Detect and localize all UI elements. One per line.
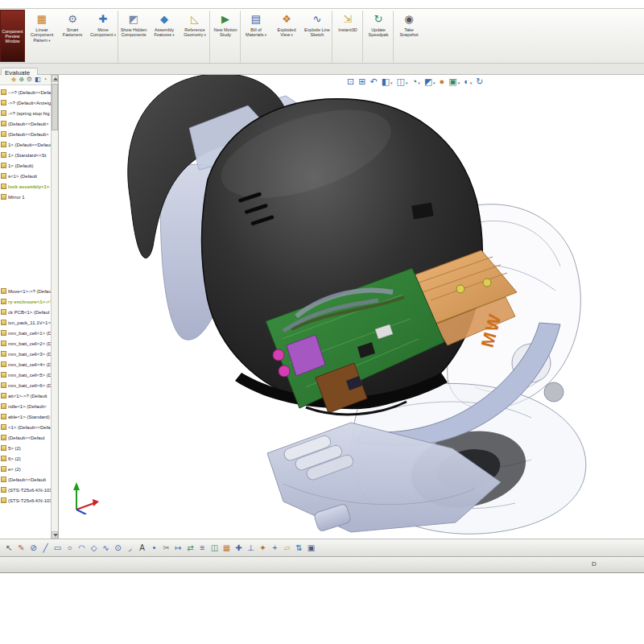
tree-item[interactable]: Move<1>->? (Default< <box>0 286 51 296</box>
ribbon-button-smart-fasteners[interactable]: ⚙Smart Fasteners <box>57 10 88 63</box>
tree-item[interactable]: 6> (2) <box>0 453 51 464</box>
ribbon-button-exploded-view[interactable]: ❖Exploded View <box>271 10 302 63</box>
ribbon-button-bill-of-materials[interactable]: ▤Bill of Materials <box>241 10 271 63</box>
polygon-icon[interactable]: ◇ <box>88 544 100 552</box>
tree-item[interactable]: ck PCB<1> (Defaul <box>0 307 51 317</box>
line-icon[interactable]: ╱ <box>39 544 52 552</box>
ribbon-button-label: Exploded View <box>273 27 300 38</box>
trim-entities-icon[interactable]: ✂ <box>160 544 172 552</box>
linear-component-pattern-icon: ▦ <box>37 13 47 26</box>
view-settings-icon[interactable]: ◐ <box>464 77 472 86</box>
tree-item[interactable]: 1> (Standard<<St <box>0 150 51 160</box>
configurationmanager-tab-icon[interactable]: ⚙ <box>27 76 32 83</box>
tree-item-label: att<1>->? (Default <box>8 394 47 398</box>
tree-item[interactable]: mm_batt_cell<1> (D <box>0 328 51 338</box>
zoom-to-area-icon[interactable]: ⊞ <box>358 77 365 86</box>
tree-item-label: ion_pack_11.1V<1> <box>8 320 51 325</box>
spline-icon[interactable]: ∿ <box>100 544 112 552</box>
ribbon-button-label: Bill of Materials <box>242 27 270 38</box>
tree-item[interactable]: (STS-T25x6-KN-103 <box>0 495 51 506</box>
tree-item[interactable]: ->? (Default<Anzeig <box>0 97 51 108</box>
tree-item[interactable]: ->? (spring stop hig <box>0 108 51 118</box>
ribbon-button-reference-geometry[interactable]: ◺Reference Geometry <box>180 10 210 63</box>
tree-item-label: (Default<<Default> <box>8 132 49 137</box>
tree-item[interactable]: att<1>->? (Default <box>0 390 51 401</box>
ribbon-button-move-component[interactable]: ✚Move Component <box>88 10 118 63</box>
zoom-to-fit-icon[interactable]: ⊡ <box>347 77 354 86</box>
tree-item[interactable]: Mirror 1 <box>0 192 51 202</box>
scrollbar-down-arrow[interactable] <box>52 531 58 539</box>
tree-item[interactable]: (Default<<Default> <box>0 129 51 139</box>
tree-item[interactable]: ndle<1> (Default< <box>0 401 51 411</box>
ribbon-button-explode-line-sketch[interactable]: ∿Explode Line Sketch <box>302 10 332 63</box>
tree-item[interactable]: e> (2) <box>0 464 51 474</box>
select-icon[interactable]: ↖ <box>3 544 15 552</box>
circle-icon[interactable]: ○ <box>64 544 76 552</box>
move-entities-icon[interactable]: ✚ <box>233 544 245 552</box>
edit-appearance-icon[interactable]: ● <box>440 77 445 86</box>
apply-scene-icon[interactable]: ▣ <box>448 77 460 86</box>
scrollbar-thumb[interactable] <box>52 84 58 130</box>
tree-item[interactable]: mm_batt_cell<6> (D <box>0 380 51 390</box>
text-tool-icon[interactable]: A <box>136 544 148 552</box>
ribbon-button-take-snapshot[interactable]: ◉Take Snapshot <box>394 10 424 63</box>
ribbon-button-show-hidden-components[interactable]: ◩Show Hidden Components <box>118 10 149 63</box>
display-relations-icon[interactable]: ⊥ <box>245 544 257 552</box>
component-preview-window-button[interactable]: Component Preview Window <box>0 10 25 62</box>
tree-item[interactable]: 1> (Default<<Defaul <box>0 139 51 150</box>
point-icon[interactable]: • <box>148 544 160 552</box>
smart-dimension-icon[interactable]: ⊘ <box>27 544 39 552</box>
ribbon-button-new-motion-study[interactable]: ▶New Motion Study <box>210 10 241 63</box>
display-style-icon[interactable]: ◔ <box>412 77 420 86</box>
tree-item[interactable]: -->? (Default<<Defa <box>0 87 51 97</box>
tree-item[interactable]: able<1> (Standard) <box>0 411 51 422</box>
quick-snaps-icon[interactable]: + <box>269 544 281 552</box>
tree-item[interactable]: ry enclosure<1>->? ( <box>0 296 51 307</box>
sketch-picture-icon[interactable]: ▣ <box>305 544 317 552</box>
tree-item[interactable]: 5> (2) <box>0 443 51 453</box>
convert-entities-icon[interactable]: ⇄ <box>184 544 196 552</box>
view-orientation-icon[interactable]: ◫ <box>397 77 408 86</box>
dimxpert-tab-icon[interactable]: ◧ <box>35 76 41 83</box>
tree-item[interactable]: <1> (Default<<Defa <box>0 422 51 432</box>
tree-item[interactable]: 1> (Default) <box>0 160 51 171</box>
feature-tree: -->? (Default<<Defa->? (Default<Anzeig->… <box>0 85 51 539</box>
tree-item[interactable]: (Default<<Default> <box>0 118 51 129</box>
tree-item[interactable]: mm_batt_cell<3> (D <box>0 349 51 359</box>
tree-item[interactable]: mm_batt_cell<2> (D <box>0 338 51 349</box>
instant2d-icon[interactable]: ⇅ <box>293 544 305 552</box>
extend-entities-icon[interactable]: ↦ <box>172 544 184 552</box>
section-view-icon[interactable]: ◧ <box>382 77 393 86</box>
ribbon-button-instant3d[interactable]: ⇲Instant3D <box>332 10 363 63</box>
tree-item[interactable]: ion_pack_11.1V<1> <box>0 317 51 328</box>
ellipse-icon[interactable]: ⊙ <box>112 544 124 552</box>
displaymanager-tab-icon[interactable]: ◔ <box>43 76 47 83</box>
tree-item[interactable]: (STS-T25x6-KN-103 <box>0 485 51 495</box>
arc-icon[interactable]: ◠ <box>76 544 88 552</box>
tree-item[interactable]: (Default<<Defaul <box>0 432 51 443</box>
rotate-view-icon[interactable]: ↻ <box>476 77 483 86</box>
previous-view-icon[interactable]: ↶ <box>369 77 377 86</box>
linear-sketch-pattern-icon[interactable]: ▦ <box>221 544 233 552</box>
tree-scrollbar[interactable] <box>51 75 58 539</box>
scrollbar-up-arrow[interactable] <box>52 75 58 82</box>
tree-item[interactable]: s<1> (Default <box>0 171 51 181</box>
featuremanager-tab-icon[interactable]: ◈ <box>11 76 16 83</box>
hide-show-items-icon[interactable]: ◩ <box>424 77 436 86</box>
mirror-entities-icon[interactable]: ◫ <box>208 544 221 552</box>
propertymanager-tab-icon[interactable]: ⊕ <box>19 76 24 83</box>
plane-icon[interactable]: ▱ <box>281 544 293 552</box>
repair-sketch-icon[interactable]: ✦ <box>257 544 269 552</box>
ribbon-button-update-speedpak[interactable]: ↻Update Speedpak <box>363 10 394 63</box>
ribbon-button-linear-component-pattern[interactable]: ▦Linear Component Pattern <box>27 10 57 63</box>
tree-item[interactable]: lock assembly<1> (D <box>0 181 51 192</box>
fillet-icon[interactable]: ◞ <box>124 544 136 552</box>
tree-item[interactable]: mm_batt_cell<5> (D <box>0 369 51 380</box>
graphics-area[interactable]: ⊡⊞↶◧◫◔◩●▣◐↻ <box>59 75 644 539</box>
offset-entities-icon[interactable]: ≡ <box>196 544 208 552</box>
ribbon-button-assembly-features[interactable]: ◆Assembly Features <box>149 10 180 63</box>
tree-item[interactable]: (Default<<Default <box>0 474 51 485</box>
rectangle-icon[interactable]: ▭ <box>52 544 64 552</box>
sketch-icon[interactable]: ✎ <box>15 544 27 552</box>
tree-item[interactable]: mm_batt_cell<4> (D <box>0 359 51 369</box>
